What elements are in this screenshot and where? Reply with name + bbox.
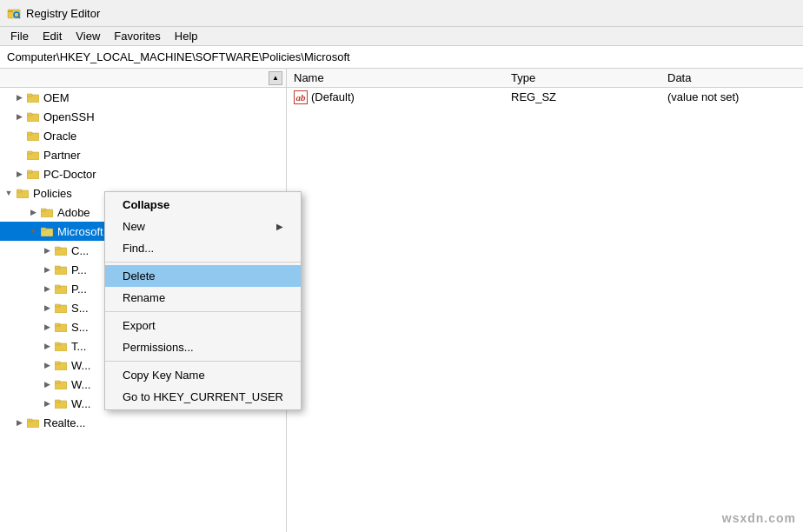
- scroll-up-button[interactable]: ▲: [269, 71, 282, 85]
- tree-label: PC-Doctor: [43, 168, 96, 181]
- folder-icon: [26, 129, 40, 143]
- reg-string-icon: ab: [294, 90, 308, 104]
- chevron-right-icon: ▶: [42, 360, 52, 370]
- chevron-right-icon: ▶: [14, 417, 24, 428]
- svg-rect-21: [55, 247, 60, 249]
- tree-label: Microsoft: [57, 225, 103, 238]
- tree-label: Realte...: [43, 416, 85, 429]
- svg-rect-17: [41, 209, 46, 211]
- tree-header: ▲: [0, 69, 286, 88]
- tree-label: S...: [71, 302, 89, 315]
- svg-rect-33: [55, 362, 60, 364]
- folder-icon: [54, 396, 68, 410]
- folder-icon: [54, 243, 68, 257]
- right-panel: Name Type Data ab (Default) REG_SZ (valu…: [287, 69, 803, 532]
- tree-label: W...: [71, 397, 90, 410]
- svg-rect-23: [55, 266, 60, 269]
- tree-label: S...: [71, 321, 89, 334]
- chevron-right-icon: ▶: [14, 169, 24, 179]
- submenu-arrow-icon: ▶: [276, 222, 283, 231]
- tree-item-pcdoctor[interactable]: ▶ PC-Doctor: [0, 164, 286, 183]
- context-menu-export[interactable]: Export: [105, 315, 301, 336]
- context-menu-new[interactable]: New ▶: [105, 216, 301, 237]
- tree-label: P...: [71, 283, 87, 296]
- chevron-right-icon: ▶: [42, 283, 52, 294]
- folder-icon: [54, 320, 68, 334]
- folder-icon: [54, 377, 68, 391]
- folder-icon: [26, 148, 40, 162]
- app-title: Registry Editor: [26, 7, 100, 20]
- col-header-type: Type: [511, 71, 667, 84]
- registry-row-default[interactable]: ab (Default) REG_SZ (value not set): [287, 88, 803, 107]
- tree-item-oracle[interactable]: ▶ Oracle: [0, 126, 286, 145]
- tree-label: P...: [71, 263, 87, 276]
- right-panel-header: Name Type Data: [287, 69, 803, 88]
- menu-help[interactable]: Help: [168, 28, 205, 44]
- chevron-right-icon: ▶: [42, 322, 52, 332]
- chevron-right-icon: ▶: [42, 264, 52, 275]
- context-menu-separator-1: [105, 262, 301, 263]
- context-menu-permissions[interactable]: Permissions...: [105, 336, 301, 358]
- svg-rect-25: [55, 285, 60, 288]
- context-menu-collapse[interactable]: Collapse: [105, 194, 301, 216]
- folder-icon: [26, 416, 40, 429]
- svg-rect-29: [55, 323, 60, 326]
- tree-label: Partner: [43, 149, 81, 162]
- tree-label: Oracle: [43, 130, 76, 143]
- svg-rect-35: [55, 381, 60, 383]
- svg-rect-31: [55, 342, 60, 345]
- chevron-right-icon: ▶: [42, 245, 52, 256]
- reg-entry-name: ab (Default): [294, 90, 511, 104]
- menu-bar: File Edit View Favorites Help: [0, 27, 803, 46]
- tree-label: W...: [71, 378, 90, 391]
- menu-favorites[interactable]: Favorites: [107, 28, 167, 44]
- tree-item-realtek[interactable]: ▶ Realte...: [0, 413, 286, 432]
- address-bar: Computer\HKEY_LOCAL_MACHINE\SOFTWARE\Pol…: [0, 46, 803, 69]
- svg-rect-5: [27, 94, 32, 96]
- tree-label: Policies: [33, 187, 72, 200]
- tree-label: W...: [71, 359, 90, 372]
- tree-label: Adobe: [57, 206, 90, 219]
- folder-icon: [40, 205, 54, 219]
- tree-item-partner[interactable]: ▶ Partner: [0, 145, 286, 164]
- chevron-right-icon: ▶: [42, 398, 52, 409]
- svg-rect-7: [27, 113, 32, 116]
- svg-rect-1: [8, 10, 13, 12]
- menu-view[interactable]: View: [69, 28, 107, 44]
- context-menu-goto-hkcu[interactable]: Go to HKEY_CURRENT_USER: [105, 386, 301, 408]
- folder-icon: [26, 167, 40, 181]
- col-header-name: Name: [294, 71, 511, 84]
- folder-icon: [54, 282, 68, 296]
- context-menu-copy-key[interactable]: Copy Key Name: [105, 364, 301, 386]
- reg-entry-type: REG_SZ: [511, 90, 667, 103]
- tree-label: OpenSSH: [43, 110, 95, 123]
- svg-rect-19: [41, 228, 46, 230]
- context-menu-separator-2: [105, 311, 301, 312]
- chevron-right-icon: ▶: [42, 379, 52, 389]
- tree-item-oem[interactable]: ▶ OEM: [0, 88, 286, 107]
- menu-edit[interactable]: Edit: [36, 28, 69, 44]
- col-header-data: Data: [667, 71, 796, 84]
- chevron-right-icon: ▶: [42, 303, 52, 313]
- folder-open-icon: [40, 224, 54, 238]
- context-menu-find[interactable]: Find...: [105, 237, 301, 259]
- folder-icon: [54, 263, 68, 276]
- context-menu-separator-3: [105, 361, 301, 362]
- tree-label: C...: [71, 244, 89, 257]
- context-menu-delete[interactable]: Delete: [105, 265, 301, 287]
- chevron-right-icon: ▶: [14, 92, 24, 103]
- chevron-right-icon: ▶: [42, 341, 52, 351]
- watermark: wsxdn.com: [722, 511, 796, 525]
- chevron-down-icon: ▼: [3, 188, 14, 198]
- svg-rect-13: [27, 170, 32, 173]
- svg-rect-27: [55, 304, 60, 307]
- svg-rect-39: [27, 419, 32, 422]
- menu-file[interactable]: File: [3, 28, 36, 44]
- svg-rect-37: [55, 400, 60, 402]
- folder-open-icon: [16, 186, 30, 200]
- folder-icon: [54, 301, 68, 315]
- context-menu-rename[interactable]: Rename: [105, 287, 301, 309]
- context-menu: Collapse New ▶ Find... Delete Rename Exp…: [104, 191, 302, 410]
- svg-rect-11: [27, 151, 32, 154]
- tree-item-openssh[interactable]: ▶ OpenSSH: [0, 107, 286, 126]
